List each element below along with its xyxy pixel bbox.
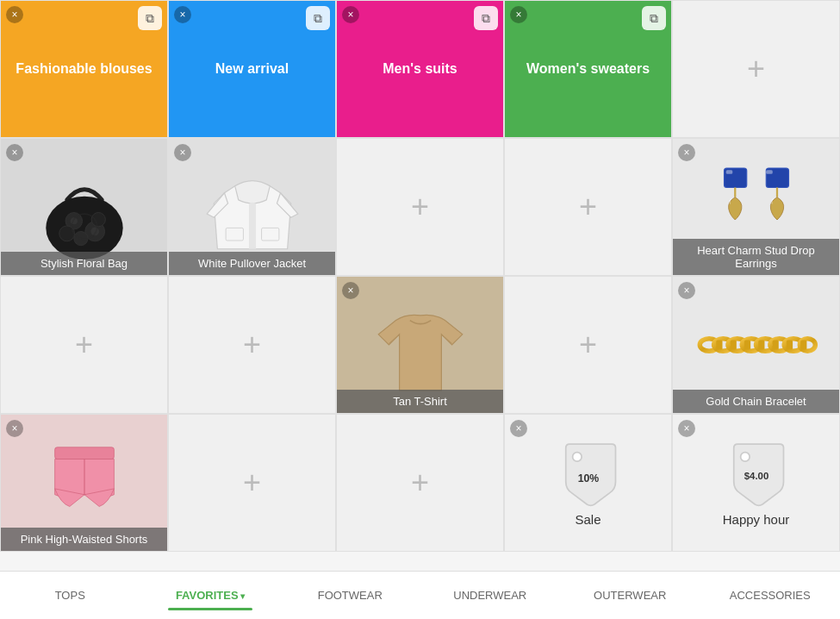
- cell-fashionable-blouses[interactable]: × ⧉ Fashionable blouses: [0, 0, 168, 138]
- label-bracelet: Gold Chain Bracelet: [673, 390, 839, 413]
- nav-underwear[interactable]: UNDERWEAR: [420, 582, 561, 609]
- shorts-image: [37, 427, 132, 539]
- add-icon-8: +: [411, 465, 429, 501]
- add-icon-4: +: [75, 327, 93, 363]
- happy-hour-tag-icon: $4.00: [726, 440, 787, 509]
- svg-rect-32: [800, 341, 806, 350]
- tshirt-image: [364, 289, 476, 401]
- copy-mens-suits[interactable]: ⧉: [474, 6, 498, 30]
- copy-womens-sweaters[interactable]: ⧉: [642, 6, 666, 30]
- cell-add-product-4[interactable]: +: [168, 276, 336, 414]
- bracelet-image: [694, 302, 818, 388]
- cell-add-product-1[interactable]: +: [336, 138, 504, 276]
- add-icon-5: +: [243, 327, 261, 363]
- label-mens-suits: Men's suits: [376, 54, 464, 84]
- svg-text:$4.00: $4.00: [744, 471, 768, 481]
- add-icon-1: +: [747, 51, 765, 87]
- label-earrings: Heart Charm Stud Drop Earrings: [673, 239, 839, 275]
- label-pink-shorts: Pink High-Waisted Shorts: [1, 528, 167, 551]
- close-earrings[interactable]: ×: [678, 144, 695, 161]
- svg-rect-29: [758, 341, 764, 350]
- cell-mens-suits[interactable]: × ⧉ Men's suits: [336, 0, 504, 138]
- cell-happy-hour[interactable]: × $4.00 Happy hour: [672, 414, 840, 552]
- svg-rect-26: [716, 341, 722, 350]
- nav-tops[interactable]: TOPS: [0, 582, 140, 609]
- svg-point-5: [91, 213, 105, 227]
- cell-add-category[interactable]: +: [672, 0, 840, 138]
- copy-fashionable-blouses[interactable]: ⧉: [138, 6, 162, 30]
- svg-text:10%: 10%: [577, 472, 599, 484]
- close-happy-hour[interactable]: ×: [678, 420, 695, 437]
- label-floral-bag: Stylish Floral Bag: [1, 252, 167, 275]
- cell-white-pullover[interactable]: × White Pullover Jacket: [168, 138, 336, 276]
- label-womens-sweaters: Women's sweaters: [520, 54, 656, 84]
- cell-tan-tshirt[interactable]: × Tan T-Shirt: [336, 276, 504, 414]
- close-tshirt[interactable]: ×: [342, 282, 359, 299]
- svg-rect-16: [766, 170, 773, 174]
- close-floral-bag[interactable]: ×: [6, 144, 23, 161]
- close-pink-shorts[interactable]: ×: [6, 420, 23, 437]
- nav-favorites[interactable]: FAVORITES▾: [140, 582, 281, 609]
- label-new-arrival: New arrival: [208, 54, 296, 84]
- nav-outerwear[interactable]: OUTERWEAR: [560, 582, 700, 609]
- add-icon-3: +: [579, 189, 597, 225]
- cell-add-product-7[interactable]: +: [336, 414, 504, 552]
- close-fashionable-blouses[interactable]: ×: [6, 6, 23, 23]
- close-mens-suits[interactable]: ×: [342, 6, 359, 23]
- sale-label-text: Sale: [575, 512, 600, 527]
- bottom-navigation: TOPS FAVORITES▾ FOOTWEAR UNDERWEAR OUTER…: [0, 571, 840, 619]
- label-tshirt: Tan T-Shirt: [337, 390, 503, 413]
- svg-rect-31: [787, 341, 793, 350]
- jacket-image: [196, 147, 308, 267]
- add-icon-2: +: [411, 189, 429, 225]
- cell-stylish-floral-bag[interactable]: × Stylish Floral Bag: [0, 138, 168, 276]
- svg-point-37: [740, 452, 750, 461]
- product-grid: × ⧉ Fashionable blouses × ⧉ New arrival …: [0, 0, 840, 571]
- svg-rect-13: [725, 170, 732, 174]
- cell-gold-chain-bracelet[interactable]: ×: [672, 276, 840, 414]
- svg-point-35: [572, 452, 582, 461]
- svg-rect-33: [54, 447, 114, 460]
- nav-footwear[interactable]: FOOTWEAR: [280, 582, 420, 609]
- cell-add-product-2[interactable]: +: [504, 138, 672, 276]
- cell-pink-shorts[interactable]: × Pink High-Waisted Shorts: [0, 414, 168, 552]
- favorites-arrow: ▾: [240, 591, 245, 601]
- cell-add-product-6[interactable]: +: [168, 414, 336, 552]
- close-white-pullover[interactable]: ×: [174, 144, 191, 161]
- close-bracelet[interactable]: ×: [678, 282, 695, 299]
- add-icon-7: +: [243, 465, 261, 501]
- svg-rect-28: [744, 341, 750, 350]
- cell-add-product-5[interactable]: +: [504, 276, 672, 414]
- close-sale[interactable]: ×: [510, 420, 527, 437]
- add-icon-6: +: [579, 327, 597, 363]
- cell-add-product-3[interactable]: +: [0, 276, 168, 414]
- cell-womens-sweaters[interactable]: × ⧉ Women's sweaters: [504, 0, 672, 138]
- sale-tag-icon: 10%: [558, 440, 619, 509]
- cell-sale[interactable]: × 10% Sale: [504, 414, 672, 552]
- close-womens-sweaters[interactable]: ×: [510, 6, 527, 23]
- happy-hour-label-text: Happy hour: [723, 512, 790, 527]
- svg-point-0: [46, 197, 122, 259]
- label-white-pullover: White Pullover Jacket: [169, 252, 335, 275]
- copy-new-arrival[interactable]: ⧉: [306, 6, 330, 30]
- svg-rect-27: [731, 341, 737, 350]
- svg-rect-30: [773, 341, 779, 350]
- close-new-arrival[interactable]: ×: [174, 6, 191, 23]
- floral-bag-image: [28, 151, 140, 263]
- nav-accessories[interactable]: ACCESSORIES: [700, 582, 841, 609]
- cell-heart-charm-earrings[interactable]: × Heart Charm Stud Drop Earrings: [672, 138, 840, 276]
- cell-new-arrival[interactable]: × ⧉ New arrival: [168, 0, 336, 138]
- label-fashionable-blouses: Fashionable blouses: [9, 54, 159, 84]
